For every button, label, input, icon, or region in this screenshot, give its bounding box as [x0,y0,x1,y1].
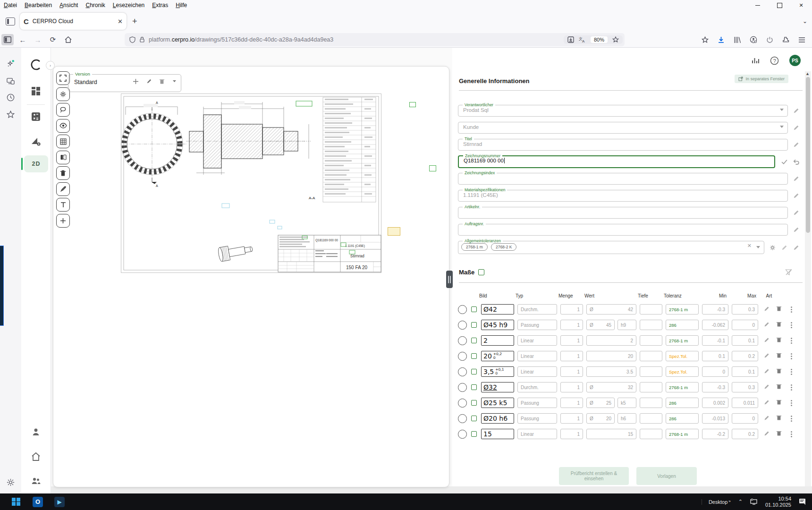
tracking-shield-icon[interactable] [129,36,135,43]
measure-settings-icon[interactable] [30,136,42,147]
sidebar-item-2d[interactable]: 2D [24,155,48,172]
row-checkbox[interactable] [471,431,477,437]
tiefe-input[interactable] [640,335,662,346]
home-company-icon[interactable] [30,451,42,462]
tiefe-input[interactable] [640,351,662,361]
compare-pages-icon[interactable] [56,151,70,164]
row-delete-trash-icon[interactable] [776,337,784,344]
typ-input[interactable]: Durchm. [517,382,557,392]
row-more-menu-icon[interactable] [789,384,794,391]
typ-input[interactable]: Linear [517,335,557,346]
sidebar-collapse-button[interactable]: › [46,61,55,70]
min-input[interactable]: 0.002 [702,398,728,408]
team-icon[interactable] [30,475,42,486]
technical-drawing[interactable]: A A A-A [121,94,381,273]
notification-center-icon[interactable] [799,498,806,505]
edit-pencil-icon[interactable] [793,124,800,131]
menu-datei[interactable]: Datei [0,2,21,8]
auftragsnr-field[interactable]: Auftragsnr. [458,224,788,236]
window-maximize-button[interactable] [769,0,790,10]
menge-input[interactable]: 1 [560,429,583,439]
browser-tab[interactable]: C CERPRO Cloud ✕ [20,13,127,30]
tolerance-settings-gear-icon[interactable] [769,244,776,251]
calculator-icon[interactable] [30,111,42,122]
add-tool-icon[interactable] [56,214,70,228]
menge-input[interactable]: 1 [560,335,583,346]
min-input[interactable]: 0.1 [702,351,728,361]
row-edit-pencil-icon[interactable] [763,399,771,407]
downloads-icon[interactable] [718,36,725,43]
bookmark-star-icon[interactable] [612,36,619,43]
bild-input[interactable]: 15 [481,429,514,439]
max-input[interactable]: 0.1 [732,335,758,346]
url-bar[interactable]: platform.cerpro.io/drawings/517c36dd-de8… [125,33,625,46]
row-more-menu-icon[interactable] [789,369,794,375]
row-edit-pencil-icon[interactable] [763,368,771,375]
row-radio[interactable] [458,367,467,376]
row-edit-pencil-icon[interactable] [763,321,771,329]
edit-pencil-icon[interactable] [781,244,788,251]
tolerance-chip[interactable]: 2768-1 m [461,243,488,251]
version-field[interactable]: Version Standard [68,74,181,92]
statistics-icon[interactable] [751,56,760,65]
row-radio[interactable] [458,305,467,314]
toleranz-input[interactable]: 2768-1 m [666,382,699,392]
menge-input[interactable]: 1 [560,398,583,408]
window-close-button[interactable]: ✕ [790,0,812,10]
row-delete-trash-icon[interactable] [776,321,784,329]
toleranz-input[interactable]: 286 [666,398,699,408]
row-checkbox[interactable] [471,416,477,421]
row-edit-pencil-icon[interactable] [763,352,771,360]
dashboard-icon[interactable] [30,85,42,97]
max-input[interactable]: 0.3 [732,382,758,392]
bild-input[interactable]: 20+0,20 [481,351,514,361]
version-add-icon[interactable] [133,78,139,85]
row-radio[interactable] [458,321,467,330]
row-edit-pencil-icon[interactable] [763,306,771,313]
row-radio[interactable] [458,336,467,345]
row-more-menu-icon[interactable] [789,416,794,422]
tiefe-input[interactable] [640,320,662,330]
sidebar-panel-icon[interactable] [1,34,14,45]
row-radio[interactable] [458,352,467,361]
filter-off-icon[interactable] [785,269,792,276]
clear-icon[interactable]: ✕ [747,243,752,249]
delete-trash-icon[interactable] [56,166,70,180]
row-more-menu-icon[interactable] [789,400,794,406]
min-input[interactable]: -0.1 [702,335,728,346]
wert-input[interactable]: Ø25 [586,398,615,408]
typ-input[interactable]: Passung [517,413,557,424]
dropdown-caret-icon[interactable] [780,126,784,128]
bookmarks-menu-icon[interactable] [702,36,709,43]
row-delete-trash-icon[interactable] [776,430,784,438]
bild-input[interactable]: 2 [481,335,514,346]
text-tool-icon[interactable] [56,198,70,212]
tiefe-input[interactable] [640,366,662,377]
version-delete-icon[interactable] [159,78,165,85]
max-input[interactable]: 0 [732,320,758,330]
edit-pencil-icon[interactable] [793,244,800,251]
row-edit-pencil-icon[interactable] [763,415,771,422]
toleranz-input[interactable]: Spez.Tol. [666,366,699,377]
min-input[interactable]: -0.3 [702,304,728,314]
row-radio[interactable] [458,399,467,408]
tiefe-input[interactable] [640,382,662,392]
row-delete-trash-icon[interactable] [776,352,784,360]
typ-input[interactable]: Linear [517,429,557,439]
fit-input[interactable]: h9 [617,320,636,330]
fit-input[interactable]: h6 [617,413,636,424]
menu-bearbeiten[interactable]: Bearbeiten [21,2,56,8]
row-radio[interactable] [458,383,467,392]
edit-pencil-icon[interactable] [793,175,800,182]
min-input[interactable]: -0.2 [702,429,728,439]
row-delete-trash-icon[interactable] [776,383,784,391]
bild-input[interactable]: Ø45 h9 [481,320,514,330]
toleranz-input[interactable]: 2768-1 m [666,304,699,314]
tiefe-input[interactable] [640,429,662,439]
undo-icon[interactable] [793,158,800,165]
menge-input[interactable]: 1 [560,413,583,424]
tiefe-input[interactable] [640,398,662,408]
zeichnungsindex-field[interactable]: Zeichnungsindex [458,173,788,185]
bild-input[interactable]: Ø20 h6 [481,413,514,424]
visibility-eye-icon[interactable] [56,119,70,133]
